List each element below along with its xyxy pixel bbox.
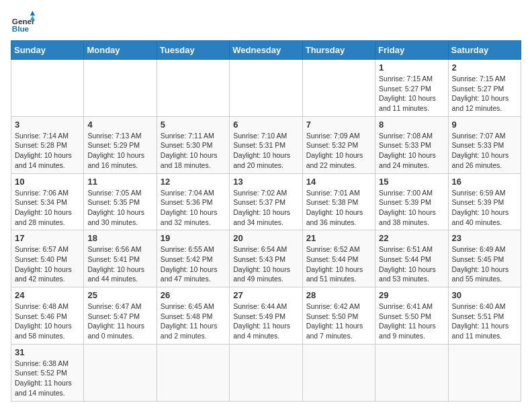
weekday-header-thursday: Thursday — [302, 41, 375, 60]
day-number: 26 — [161, 290, 226, 300]
day-number: 7 — [306, 120, 371, 130]
day-number: 3 — [15, 120, 80, 130]
week-row-1: 1Sunrise: 7:15 AM Sunset: 5:27 PM Daylig… — [11, 60, 521, 117]
day-info: Sunrise: 6:52 AM Sunset: 5:44 PM Dayligh… — [306, 244, 371, 284]
day-number: 29 — [379, 290, 444, 300]
weekday-header-tuesday: Tuesday — [157, 41, 229, 60]
day-info: Sunrise: 7:05 AM Sunset: 5:35 PM Dayligh… — [87, 188, 152, 228]
day-number: 13 — [233, 177, 298, 187]
calendar-cell — [157, 60, 229, 117]
week-row-6: 31Sunrise: 6:38 AM Sunset: 5:52 PM Dayli… — [11, 344, 521, 401]
day-info: Sunrise: 7:08 AM Sunset: 5:33 PM Dayligh… — [379, 131, 444, 171]
calendar-cell — [448, 344, 521, 401]
calendar-cell: 14Sunrise: 7:01 AM Sunset: 5:38 PM Dayli… — [302, 173, 375, 230]
day-info: Sunrise: 7:02 AM Sunset: 5:37 PM Dayligh… — [233, 188, 298, 228]
calendar-cell: 20Sunrise: 6:54 AM Sunset: 5:43 PM Dayli… — [230, 230, 302, 287]
weekday-header-friday: Friday — [375, 41, 448, 60]
calendar-cell: 5Sunrise: 7:11 AM Sunset: 5:30 PM Daylig… — [157, 116, 229, 173]
day-number: 16 — [452, 177, 517, 187]
calendar-cell — [375, 344, 448, 401]
day-number: 23 — [452, 233, 517, 243]
day-number: 21 — [306, 233, 371, 243]
calendar-cell: 9Sunrise: 7:07 AM Sunset: 5:33 PM Daylig… — [448, 116, 521, 173]
day-number: 4 — [87, 120, 152, 130]
calendar-cell — [302, 344, 375, 401]
day-info: Sunrise: 6:42 AM Sunset: 5:50 PM Dayligh… — [306, 302, 371, 341]
day-number: 31 — [15, 347, 80, 357]
calendar-cell — [302, 60, 375, 117]
calendar-cell: 21Sunrise: 6:52 AM Sunset: 5:44 PM Dayli… — [302, 230, 375, 287]
calendar-cell: 11Sunrise: 7:05 AM Sunset: 5:35 PM Dayli… — [84, 173, 157, 230]
day-number: 10 — [15, 177, 80, 187]
day-number: 30 — [452, 290, 517, 300]
day-info: Sunrise: 7:11 AM Sunset: 5:30 PM Dayligh… — [161, 131, 226, 171]
day-number: 27 — [233, 290, 298, 300]
day-info: Sunrise: 6:40 AM Sunset: 5:51 PM Dayligh… — [452, 302, 517, 341]
calendar-cell: 31Sunrise: 6:38 AM Sunset: 5:52 PM Dayli… — [11, 344, 84, 401]
calendar-cell: 10Sunrise: 7:06 AM Sunset: 5:34 PM Dayli… — [11, 173, 84, 230]
week-row-3: 10Sunrise: 7:06 AM Sunset: 5:34 PM Dayli… — [11, 173, 521, 230]
calendar-cell — [84, 344, 157, 401]
day-info: Sunrise: 7:00 AM Sunset: 5:39 PM Dayligh… — [379, 188, 444, 228]
day-number: 12 — [161, 177, 226, 187]
day-info: Sunrise: 6:44 AM Sunset: 5:49 PM Dayligh… — [233, 302, 298, 341]
day-info: Sunrise: 6:51 AM Sunset: 5:44 PM Dayligh… — [379, 244, 444, 284]
week-row-2: 3Sunrise: 7:14 AM Sunset: 5:28 PM Daylig… — [11, 116, 521, 173]
day-info: Sunrise: 6:57 AM Sunset: 5:40 PM Dayligh… — [15, 244, 80, 284]
day-info: Sunrise: 6:41 AM Sunset: 5:50 PM Dayligh… — [379, 302, 444, 341]
weekday-row: SundayMondayTuesdayWednesdayThursdayFrid… — [11, 41, 521, 60]
day-info: Sunrise: 7:01 AM Sunset: 5:38 PM Dayligh… — [306, 188, 371, 228]
day-info: Sunrise: 7:09 AM Sunset: 5:32 PM Dayligh… — [306, 131, 371, 171]
day-info: Sunrise: 7:10 AM Sunset: 5:31 PM Dayligh… — [233, 131, 298, 171]
day-number: 17 — [15, 233, 80, 243]
calendar-cell: 6Sunrise: 7:10 AM Sunset: 5:31 PM Daylig… — [230, 116, 302, 173]
calendar-body: 1Sunrise: 7:15 AM Sunset: 5:27 PM Daylig… — [11, 60, 521, 402]
day-number: 2 — [452, 62, 517, 73]
calendar-cell: 3Sunrise: 7:14 AM Sunset: 5:28 PM Daylig… — [11, 116, 84, 173]
day-info: Sunrise: 6:48 AM Sunset: 5:46 PM Dayligh… — [15, 302, 80, 341]
calendar-cell: 1Sunrise: 7:15 AM Sunset: 5:27 PM Daylig… — [375, 60, 448, 117]
calendar-cell: 24Sunrise: 6:48 AM Sunset: 5:46 PM Dayli… — [11, 287, 84, 345]
day-info: Sunrise: 6:54 AM Sunset: 5:43 PM Dayligh… — [233, 244, 298, 284]
calendar-header: SundayMondayTuesdayWednesdayThursdayFrid… — [11, 41, 521, 60]
weekday-header-wednesday: Wednesday — [230, 41, 302, 60]
calendar-cell: 22Sunrise: 6:51 AM Sunset: 5:44 PM Dayli… — [375, 230, 448, 287]
calendar-cell — [230, 344, 302, 401]
day-number: 14 — [306, 177, 371, 187]
calendar-cell: 30Sunrise: 6:40 AM Sunset: 5:51 PM Dayli… — [448, 287, 521, 345]
day-number: 15 — [379, 177, 444, 187]
day-number: 9 — [452, 120, 517, 130]
calendar-table: SundayMondayTuesdayWednesdayThursdayFrid… — [11, 40, 521, 402]
day-info: Sunrise: 7:15 AM Sunset: 5:27 PM Dayligh… — [452, 74, 517, 113]
day-info: Sunrise: 7:06 AM Sunset: 5:34 PM Dayligh… — [15, 188, 80, 228]
calendar-cell: 19Sunrise: 6:55 AM Sunset: 5:42 PM Dayli… — [157, 230, 229, 287]
calendar-cell — [11, 60, 84, 117]
day-info: Sunrise: 6:59 AM Sunset: 5:39 PM Dayligh… — [452, 188, 517, 228]
day-number: 5 — [161, 120, 226, 130]
calendar-cell: 28Sunrise: 6:42 AM Sunset: 5:50 PM Dayli… — [302, 287, 375, 345]
calendar-cell — [157, 344, 229, 401]
logo-icon: General Blue — [11, 11, 35, 35]
svg-marker-2 — [30, 11, 35, 15]
calendar-cell: 15Sunrise: 7:00 AM Sunset: 5:39 PM Dayli… — [375, 173, 448, 230]
calendar-cell: 17Sunrise: 6:57 AM Sunset: 5:40 PM Dayli… — [11, 230, 84, 287]
day-number: 11 — [87, 177, 152, 187]
calendar-cell: 4Sunrise: 7:13 AM Sunset: 5:29 PM Daylig… — [84, 116, 157, 173]
day-info: Sunrise: 6:45 AM Sunset: 5:48 PM Dayligh… — [161, 302, 226, 341]
day-info: Sunrise: 7:13 AM Sunset: 5:29 PM Dayligh… — [87, 131, 152, 171]
day-info: Sunrise: 6:56 AM Sunset: 5:41 PM Dayligh… — [87, 244, 152, 284]
week-row-5: 24Sunrise: 6:48 AM Sunset: 5:46 PM Dayli… — [11, 287, 521, 345]
day-info: Sunrise: 7:14 AM Sunset: 5:28 PM Dayligh… — [15, 131, 80, 171]
calendar-cell — [230, 60, 302, 117]
day-info: Sunrise: 6:47 AM Sunset: 5:47 PM Dayligh… — [87, 302, 152, 341]
logo: General Blue — [11, 11, 35, 35]
calendar-cell: 2Sunrise: 7:15 AM Sunset: 5:27 PM Daylig… — [448, 60, 521, 117]
day-number: 1 — [379, 62, 444, 73]
page-header: General Blue — [11, 11, 521, 35]
day-number: 28 — [306, 290, 371, 300]
day-number: 8 — [379, 120, 444, 130]
day-info: Sunrise: 7:07 AM Sunset: 5:33 PM Dayligh… — [452, 131, 517, 171]
calendar-cell: 16Sunrise: 6:59 AM Sunset: 5:39 PM Dayli… — [448, 173, 521, 230]
day-number: 25 — [87, 290, 152, 300]
calendar-cell: 8Sunrise: 7:08 AM Sunset: 5:33 PM Daylig… — [375, 116, 448, 173]
